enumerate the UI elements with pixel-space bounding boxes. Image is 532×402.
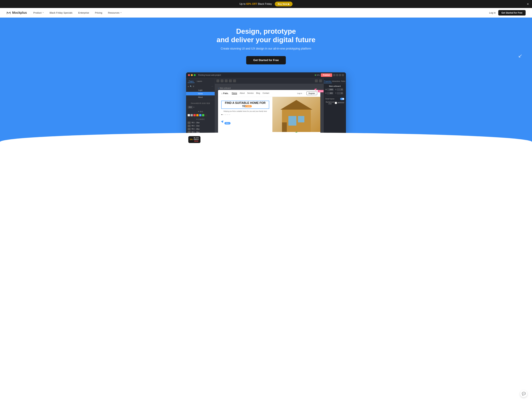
logo-icon — [6, 11, 11, 14]
dim-h-val[interactable]: 820 — [327, 92, 333, 94]
inner-nav-contact[interactable]: Contact — [263, 92, 269, 94]
color-swatches — [186, 113, 215, 117]
sidebar-tab-pages[interactable]: Pages — [188, 80, 195, 83]
swatch-7[interactable] — [205, 114, 207, 116]
toolbar-icon-1[interactable] — [333, 74, 335, 76]
nav-product[interactable]: Product — [33, 11, 44, 14]
dim-x: X 0 — [335, 88, 342, 91]
logo-text: Mockplus — [12, 11, 27, 14]
add-page-icon[interactable]: + — [188, 85, 189, 88]
sidebar-page-login[interactable]: Login — [186, 88, 215, 92]
ts-18[interactable]: 苹方 - 18px — [186, 121, 215, 124]
bg-color-value: #FFFFFF — [335, 102, 344, 104]
filter-search[interactable]: 搜索 — [188, 106, 193, 109]
sidebar-list-icon: ☰ — [193, 86, 194, 87]
hero-headline-1: Design, prototype — [236, 27, 296, 35]
inner-nav-blog[interactable]: Blog — [256, 92, 260, 94]
tool-frame[interactable] — [221, 79, 223, 82]
banner-highlight: 60% OFF — [246, 3, 257, 5]
inner-hero: FIND A SUITABLE HOME FOR YOU Adelle Help… — [218, 97, 320, 132]
inner-dot-4[interactable] — [227, 114, 228, 115]
panel-tab-interactions[interactable]: Interactions — [332, 80, 341, 83]
ts-label-28: 苹方 - 28px — [191, 128, 200, 130]
tool-align[interactable] — [315, 79, 318, 82]
hero-cta-button[interactable]: Get Started for Free — [246, 56, 286, 64]
bf-line1: BLACK — [194, 137, 199, 139]
status-dot — [315, 75, 316, 76]
sidebar-page-about[interactable]: About — [186, 95, 215, 99]
banner-close-button[interactable]: × — [527, 2, 529, 6]
publish-button[interactable]: Publish — [321, 73, 332, 77]
sidebar-search-icon: 🔍 — [190, 86, 192, 87]
navbar: Mockplus Product Black Friday Specials E… — [0, 8, 532, 18]
banner-buy-button[interactable]: Buy Now ▶ — [275, 2, 292, 6]
nav-enterprise[interactable]: Enterprise — [78, 11, 89, 14]
smart-layout-label: Smart layout — [325, 98, 334, 100]
text-style-section-label: ▼ 文本样式 — [186, 117, 215, 121]
ts-preview-18 — [188, 122, 190, 124]
inner-slider-dots — [221, 114, 269, 115]
inner-login[interactable]: Log in — [297, 92, 302, 94]
bf-badge[interactable]: 0% BLACK FRIDAY SALE — [188, 136, 200, 143]
tool-select[interactable] — [216, 79, 219, 82]
nav-links: Product Black Friday Specials Enterprise… — [33, 11, 489, 14]
nav-blackfriday-label: Black Friday Specials — [50, 11, 72, 14]
login-button[interactable]: Log in — [489, 11, 496, 14]
panel-tab-notes[interactable]: Notes — [341, 80, 346, 83]
inner-nav-about[interactable]: About — [240, 92, 245, 94]
minimize-window-dot[interactable] — [191, 74, 193, 76]
inner-dot-3[interactable] — [225, 114, 226, 115]
sidebar-tab-layers[interactable]: Layers — [196, 80, 203, 83]
dim-x-val[interactable]: 0 — [337, 88, 343, 91]
bg-color-swatch[interactable] — [335, 102, 337, 104]
close-window-dot[interactable] — [188, 74, 190, 76]
tool-pen[interactable] — [225, 79, 228, 82]
artboard-name: Main artboard — [220, 87, 231, 89]
inner-nav-service[interactable]: Service — [247, 92, 254, 94]
nav-blackfriday[interactable]: Black Friday Specials — [50, 11, 72, 14]
dim-w-val[interactable]: 1900 — [327, 88, 334, 91]
tool-distribute[interactable] — [319, 79, 322, 82]
sidebar-more-icon[interactable]: ⋯ — [211, 86, 213, 87]
sidebar-page-home[interactable]: Home — [186, 92, 215, 95]
swatch-1[interactable] — [188, 114, 190, 116]
ts-28[interactable]: 苹方 - 28px — [186, 127, 215, 131]
swatch-5[interactable] — [199, 114, 201, 116]
bg-color-hex: #FFFFFF — [338, 102, 344, 104]
filter-icon[interactable]: ≡ — [193, 106, 194, 108]
squiggle-decoration: ↙ — [518, 53, 522, 59]
canvas-toolbar — [215, 78, 323, 84]
inner-nav-links: Home About Service Blog Contact — [232, 92, 294, 94]
cursor-steven-shape — [314, 88, 317, 91]
swatch-3[interactable] — [193, 114, 196, 116]
zoom-level: 50% — [317, 74, 320, 76]
nav-resources[interactable]: Resources — [108, 11, 122, 14]
inner-dot-2[interactable] — [223, 114, 224, 115]
panel-tab-properties[interactable]: Properties — [324, 80, 332, 83]
ts-22[interactable]: 苹方 - 22px — [186, 124, 215, 127]
svg-marker-1 — [280, 100, 312, 110]
cursor-allen-label: Allen — [224, 122, 230, 125]
toolbar-icon-3[interactable] — [339, 74, 341, 76]
logo[interactable]: Mockplus — [6, 11, 27, 14]
inner-dot-1[interactable] — [221, 114, 222, 115]
tool-undo[interactable] — [229, 79, 232, 82]
swatch-4[interactable] — [196, 114, 199, 116]
navbar-cta-button[interactable]: Get Started for Free — [498, 10, 526, 15]
sidebar-tabs: Pages Layers — [186, 80, 215, 83]
panel-section-title: Main artboard — [324, 85, 346, 88]
nav-pricing[interactable]: Pricing — [95, 11, 102, 14]
toolbar-icon-2[interactable] — [336, 74, 338, 76]
dim-y-val[interactable]: 0 — [337, 92, 343, 94]
inner-dot-5[interactable] — [229, 114, 230, 115]
panel-tabs: Properties Interactions Notes — [324, 80, 346, 83]
maximize-window-dot[interactable] — [194, 74, 196, 76]
swatch-6[interactable] — [202, 114, 204, 116]
inner-nav-home[interactable]: Home — [232, 92, 237, 94]
swatch-2[interactable] — [190, 114, 193, 116]
dim-h: H 820 — [325, 92, 335, 94]
toolbar-icon-4[interactable] — [342, 74, 344, 76]
tool-redo[interactable] — [233, 79, 236, 82]
banner-text: Up to 60% OFF Black Friday — [240, 3, 272, 6]
smart-layout-toggle[interactable] — [340, 98, 344, 100]
